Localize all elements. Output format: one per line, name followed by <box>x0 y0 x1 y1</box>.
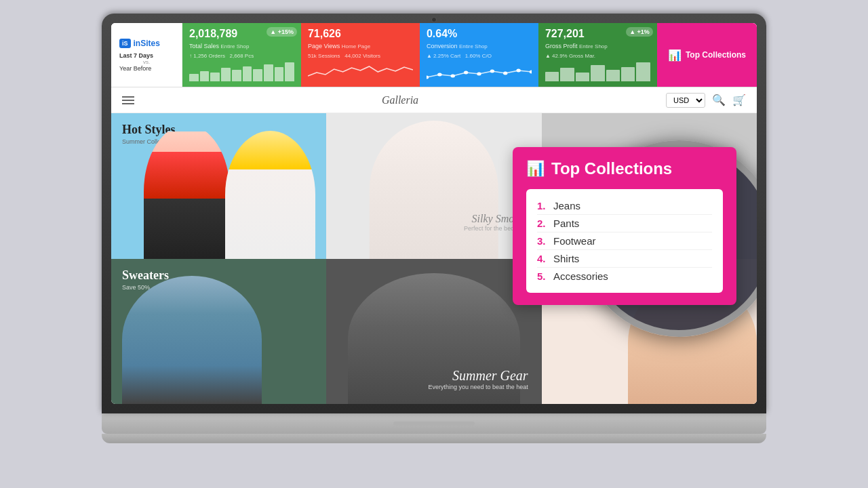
insites-brand: iS inSites <box>119 39 174 48</box>
currency-selector[interactable]: USD EUR GBP <box>666 93 705 108</box>
screen-content: iS inSites Last 7 Days vs. Year Before ▲… <box>111 23 757 404</box>
page-views-label: Page Views Home Page <box>308 43 413 49</box>
compare-period-label[interactable]: Year Before <box>119 65 174 72</box>
gross-profit-label: Gross Profit Entire Shop <box>545 43 650 49</box>
banner-summer-gear[interactable]: Summer Gear Everything you need to beat … <box>326 259 541 405</box>
banner-sweaters[interactable]: Sweaters Save 50% <box>111 259 326 405</box>
date-range-label[interactable]: Last 7 Days <box>119 52 174 59</box>
popup-header: 📊 Top Collections <box>526 159 723 178</box>
insites-name: inSites <box>134 39 160 48</box>
svg-point-1 <box>437 73 441 77</box>
svg-point-8 <box>530 70 532 74</box>
main-content: Hot Styles Summer Collection Sil <box>111 113 757 404</box>
insites-icon: iS <box>119 39 131 48</box>
laptop-top: iS inSites Last 7 Days vs. Year Before ▲… <box>102 14 766 413</box>
insites-logo-panel: iS inSites Last 7 Days vs. Year Before <box>111 23 182 87</box>
svg-point-3 <box>464 71 468 75</box>
total-sales-chart <box>189 62 294 81</box>
metric-card-gross-profit[interactable]: ▲ +1% 727,201 Gross Profit Entire Shop ▲… <box>538 23 657 87</box>
laptop-shell: iS inSites Last 7 Days vs. Year Before ▲… <box>102 14 766 474</box>
svg-point-7 <box>516 69 520 73</box>
conversion-value: 0.64% <box>427 28 532 39</box>
svg-point-4 <box>477 73 481 76</box>
vs-label: vs. <box>119 59 174 65</box>
page-views-chart <box>308 62 413 81</box>
sweaters-text: Sweaters Save 50% <box>122 268 169 291</box>
conversion-label: Conversion Entire Shop <box>427 43 532 49</box>
analytics-bar: iS inSites Last 7 Days vs. Year Before ▲… <box>111 23 757 87</box>
banner-hot-styles[interactable]: Hot Styles Summer Collection <box>111 113 326 259</box>
gross-profit-chart <box>545 62 650 81</box>
popup-collections-icon: 📊 <box>526 160 545 178</box>
top-collections-label: Top Collections <box>686 50 746 60</box>
conversion-sub: ▲ 2.25% Cart 1.60% C/O <box>427 53 532 59</box>
svg-point-5 <box>490 70 494 73</box>
hamburger-menu[interactable] <box>122 96 134 104</box>
list-item: 5. Accessories <box>537 268 712 285</box>
store-logo: Galleria <box>382 94 418 106</box>
list-item: 1. Jeans <box>537 197 712 215</box>
svg-point-2 <box>450 75 454 78</box>
total-sales-badge: ▲ +15% <box>267 27 297 37</box>
list-item: 2. Pants <box>537 215 712 232</box>
laptop-base <box>102 434 766 443</box>
cart-icon[interactable]: 🛒 <box>732 94 746 106</box>
metric-card-page-views[interactable]: 71,626 Page Views Home Page 51k Sessions… <box>301 23 420 87</box>
store-nav-right: USD EUR GBP 🔍 🛒 <box>666 93 746 108</box>
trackpad-notch <box>393 422 475 426</box>
sweaters-title: Sweaters <box>122 268 169 283</box>
summer-gear-title: Summer Gear <box>429 368 528 384</box>
metric-card-total-sales[interactable]: ▲ +15% 2,018,789 Total Sales Entire Shop… <box>182 23 301 87</box>
top-collections-popup: 📊 Top Collections 1. Jeans 2. Pants <box>513 147 736 305</box>
search-icon[interactable]: 🔍 <box>712 94 726 106</box>
store-nav: Galleria USD EUR GBP 🔍 🛒 <box>111 87 757 113</box>
metric-card-conversion[interactable]: 0.64% Conversion Entire Shop ▲ 2.25% Car… <box>420 23 538 87</box>
top-collections-button[interactable]: 📊 Top Collections <box>657 23 757 87</box>
laptop-camera <box>431 17 437 22</box>
gross-profit-sub: ▲ 42.9% Gross Mar. <box>545 53 650 59</box>
laptop-screen: iS inSites Last 7 Days vs. Year Before ▲… <box>111 23 757 404</box>
page-views-value: 71,626 <box>308 28 413 39</box>
conversion-chart <box>427 62 532 81</box>
page-views-sub: 51k Sessions 44,002 Visitors <box>308 53 413 59</box>
popup-title: Top Collections <box>551 159 672 178</box>
total-sales-sub: ↑ 1,256 Orders 2,668 Pcs <box>189 53 294 59</box>
collections-list: 1. Jeans 2. Pants 3. Footwear <box>526 189 723 293</box>
sweaters-subtitle: Save 50% <box>122 284 169 291</box>
summer-gear-text: Summer Gear Everything you need to beat … <box>429 368 528 390</box>
svg-point-0 <box>427 76 429 79</box>
summer-gear-subtitle: Everything you need to beat the heat <box>429 384 528 390</box>
list-item: 4. Shirts <box>537 250 712 268</box>
gross-profit-badge: ▲ +1% <box>626 27 653 37</box>
list-item: 3. Footwear <box>537 232 712 250</box>
total-sales-label: Total Sales Entire Shop <box>189 43 294 49</box>
banner-silky-smooth[interactable]: Silky Smooth Perfect for the bedroom <box>326 113 541 259</box>
svg-point-6 <box>503 72 507 75</box>
laptop-bottom <box>102 413 766 434</box>
top-collections-icon: 📊 <box>668 49 682 62</box>
